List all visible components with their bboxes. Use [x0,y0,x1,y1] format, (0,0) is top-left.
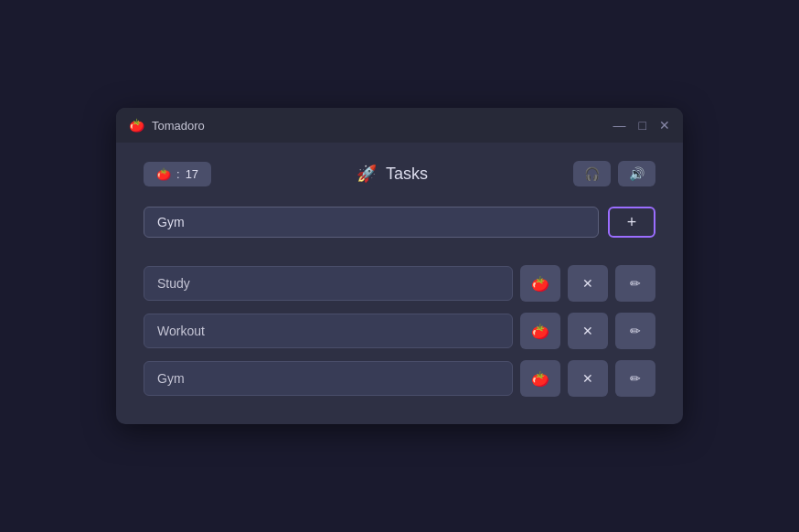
headphones-button[interactable]: 🎧 [573,161,611,186]
task-delete-button[interactable]: ✕ [568,360,608,397]
window-controls: — □ ✕ [613,119,670,132]
new-task-row: + [144,207,655,238]
task-name-button[interactable]: Gym [144,361,513,396]
close-button[interactable]: ✕ [659,119,670,132]
title-bar: 🍅 Tomadoro — □ ✕ [116,108,683,143]
task-edit-button[interactable]: ✏ [615,360,655,397]
task-delete-button[interactable]: ✕ [568,313,608,349]
page-title: 🚀 Tasks [357,164,428,184]
tomato-icon: 🍅 [156,167,171,181]
add-task-button[interactable]: + [608,207,655,238]
task-row: Study 🍅 ✕ ✏ [144,265,655,302]
new-task-input[interactable] [144,207,599,238]
task-name-button[interactable]: Workout [144,314,513,348]
tomato-count-button[interactable]: 🍅 : 17 [144,162,211,186]
header-actions: 🎧 🔊 [573,161,655,186]
task-tomato-button[interactable]: 🍅 [520,313,560,349]
task-edit-button[interactable]: ✏ [615,313,655,349]
task-list: Study 🍅 ✕ ✏ Workout 🍅 ✕ ✏ Gym 🍅 ✕ ✏ [144,265,655,397]
task-row: Workout 🍅 ✕ ✏ [144,313,655,349]
window-body: 🍅 : 17 🚀 Tasks 🎧 🔊 + Study 🍅 ✕ ✏ [116,143,683,424]
app-icon: 🍅 [129,118,144,133]
task-tomato-button[interactable]: 🍅 [520,265,560,302]
task-row: Gym 🍅 ✕ ✏ [144,360,655,397]
task-edit-button[interactable]: ✏ [615,265,655,302]
title-icon: 🚀 [357,165,377,183]
minimize-button[interactable]: — [613,119,626,132]
header-row: 🍅 : 17 🚀 Tasks 🎧 🔊 [144,161,655,186]
app-title: Tomadoro [152,119,606,133]
app-window: 🍅 Tomadoro — □ ✕ 🍅 : 17 🚀 Tasks 🎧 🔊 [116,108,683,424]
task-tomato-button[interactable]: 🍅 [520,360,560,397]
colon-separator: : [176,167,180,181]
tomato-count: 17 [186,167,198,181]
task-delete-button[interactable]: ✕ [568,265,608,302]
maximize-button[interactable]: □ [639,119,646,132]
sound-button[interactable]: 🔊 [618,161,655,186]
task-name-button[interactable]: Study [144,266,513,301]
title-text: Tasks [386,165,428,183]
